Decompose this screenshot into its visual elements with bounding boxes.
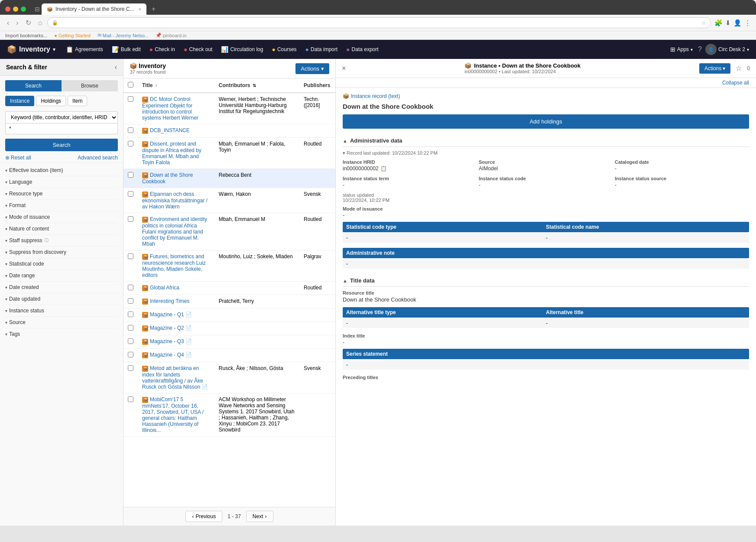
bookmark-mail[interactable]: ✉ Mail - Jeremy Nelso... bbox=[97, 32, 149, 38]
row-checkbox[interactable] bbox=[128, 253, 133, 259]
browser-tab[interactable]: 📦 Inventory - Down at the Shore C... × bbox=[42, 3, 146, 15]
detail-actions-btn[interactable]: Actions ▾ bbox=[699, 63, 730, 74]
nav-item-courses[interactable]: ● Courses bbox=[268, 44, 300, 55]
instance-tab[interactable]: Instance bbox=[5, 96, 34, 106]
item-title-link[interactable]: Metod att beräkna en index för landets v… bbox=[142, 365, 208, 390]
nav-item-check-in[interactable]: ● Check in bbox=[146, 44, 178, 55]
forward-navigation-btn[interactable]: › bbox=[14, 18, 20, 28]
copy-icon[interactable]: 📋 bbox=[380, 166, 387, 172]
title-column-header[interactable]: Title ↑ bbox=[138, 78, 214, 93]
row-checkbox[interactable] bbox=[128, 191, 133, 197]
row-checkbox[interactable] bbox=[128, 216, 133, 222]
row-checkbox[interactable] bbox=[128, 298, 133, 304]
filter-date-created[interactable]: ▾ Date created bbox=[5, 282, 118, 293]
row-checkbox[interactable] bbox=[128, 141, 133, 146]
sidebar-close-btn[interactable]: ‹ bbox=[115, 63, 117, 71]
search-input[interactable] bbox=[5, 123, 118, 134]
item-title-link[interactable]: Magazine - Q1 📄 bbox=[150, 312, 192, 318]
item-title-link[interactable]: Global Africa bbox=[150, 285, 179, 291]
filter-effective-location[interactable]: ▾ Effective location (item) bbox=[5, 165, 118, 176]
row-checkbox[interactable] bbox=[128, 365, 133, 371]
filter-nature-of-content[interactable]: ▾ Nature of content bbox=[5, 223, 118, 235]
publisher-column-header[interactable]: Publishers bbox=[299, 78, 335, 93]
bookmark-pinboard[interactable]: 📌 pinboard.in bbox=[156, 32, 186, 38]
row-checkbox[interactable] bbox=[128, 325, 133, 331]
detail-close-btn[interactable]: × bbox=[342, 65, 346, 72]
tab-close-btn[interactable]: × bbox=[138, 6, 141, 12]
address-bar[interactable]: 🔒 https://folio-snapshot-2.dev.folio.org… bbox=[47, 17, 711, 28]
back-navigation-btn[interactable]: ‹ bbox=[5, 18, 11, 28]
new-tab-btn[interactable]: + bbox=[148, 3, 159, 15]
filter-suppress-discovery[interactable]: ▾ Suppress from discovery bbox=[5, 247, 118, 258]
browse-toggle-btn[interactable]: Browse bbox=[62, 80, 118, 91]
traffic-light-green[interactable] bbox=[21, 6, 26, 12]
record-type-link[interactable]: 📦 Instance record (text) bbox=[343, 93, 749, 99]
collapse-all-btn[interactable]: Collapse all bbox=[722, 80, 749, 86]
select-all-checkbox[interactable] bbox=[128, 82, 133, 88]
item-title-link[interactable]: Down at the Shore Cookbook bbox=[142, 172, 193, 185]
item-title-link[interactable]: DCB_INSTANCE bbox=[150, 127, 190, 133]
item-title-link[interactable]: Elpannan och dess ekonomiska forutsättni… bbox=[142, 191, 208, 210]
row-checkbox[interactable] bbox=[128, 396, 133, 402]
row-checkbox[interactable] bbox=[128, 96, 133, 102]
item-title-link[interactable]: Environment and identity politics in col… bbox=[142, 216, 207, 247]
nav-item-agreements[interactable]: 📋 Agreements bbox=[62, 44, 107, 55]
row-checkbox[interactable] bbox=[128, 312, 133, 317]
search-type-select[interactable]: Keyword (title, contributor, identifier,… bbox=[5, 111, 118, 123]
item-title-link[interactable]: Magazine - Q3 📄 bbox=[150, 338, 192, 344]
holdings-tab[interactable]: Holdings bbox=[36, 96, 66, 106]
nav-item-circulation-log[interactable]: 📊 Circulation log bbox=[217, 44, 266, 55]
contributors-column-header[interactable]: Contributors ⇅ bbox=[214, 78, 299, 93]
user-menu[interactable]: 👤 Circ Desk 2 ▾ bbox=[705, 44, 749, 55]
item-title-link[interactable]: Dissent, protest and dispute in Africa e… bbox=[142, 141, 201, 166]
refresh-btn[interactable]: ↻ bbox=[24, 18, 33, 28]
item-title-link[interactable]: DC Motor Control Experiment Objekt for i… bbox=[142, 96, 198, 121]
nav-item-data-import[interactable]: ● Data import bbox=[302, 44, 341, 55]
nav-brand[interactable]: 📦 Inventory ▾ bbox=[7, 45, 55, 54]
section-toggle-icon[interactable]: ▲ bbox=[343, 278, 347, 283]
nav-item-apps[interactable]: ⊞ Apps ▾ bbox=[667, 44, 696, 55]
nav-item-check-out[interactable]: ● Check out bbox=[180, 44, 216, 55]
url-input[interactable]: https://folio-snapshot-2.dev.folio.org/i… bbox=[61, 20, 698, 26]
traffic-light-yellow[interactable] bbox=[13, 6, 18, 12]
filter-source[interactable]: ▾ Source bbox=[5, 317, 118, 328]
prev-page-btn[interactable]: ‹ Previous bbox=[185, 511, 222, 522]
item-tab[interactable]: Item bbox=[68, 96, 87, 106]
filter-language[interactable]: ▾ Language bbox=[5, 176, 118, 188]
traffic-light-red[interactable] bbox=[5, 6, 10, 12]
nav-item-bulk-edit[interactable]: 📝 Bulk edit bbox=[108, 44, 144, 55]
home-btn[interactable]: ⌂ bbox=[36, 18, 44, 28]
reset-all-btn[interactable]: ⊗ Reset all bbox=[5, 155, 31, 161]
search-button[interactable]: Search bbox=[5, 139, 118, 151]
section-toggle-icon[interactable]: ▲ bbox=[343, 138, 347, 143]
star-icon[interactable]: ☆ bbox=[734, 62, 743, 74]
item-title-link[interactable]: Futures, biometrics and neuroscience res… bbox=[142, 253, 206, 278]
bookmark-import[interactable]: Import bookmarks... bbox=[5, 32, 47, 38]
row-checkbox[interactable] bbox=[128, 172, 133, 178]
filter-statistical-code[interactable]: ▾ Statistical code bbox=[5, 258, 118, 270]
list-actions-btn[interactable]: Actions ▾ bbox=[295, 63, 329, 74]
filter-mode-of-issuance[interactable]: ▾ Mode of issuance bbox=[5, 211, 118, 223]
search-toggle-btn[interactable]: Search bbox=[5, 80, 62, 91]
add-holdings-btn[interactable]: Add holdings bbox=[343, 114, 749, 129]
item-title-link[interactable]: MobiCom'17 5 mmNets'17, October 16, 2017… bbox=[142, 396, 204, 433]
filter-tags[interactable]: ▾ Tags bbox=[5, 328, 118, 340]
row-checkbox[interactable] bbox=[128, 338, 133, 344]
filter-date-range[interactable]: ▾ Date range bbox=[5, 270, 118, 282]
row-checkbox[interactable] bbox=[128, 285, 133, 290]
bookmark-icon[interactable]: ☆ bbox=[701, 19, 706, 26]
filter-date-updated[interactable]: ▾ Date updated bbox=[5, 293, 118, 305]
filter-resource-type[interactable]: ▾ Resource type bbox=[5, 188, 118, 200]
item-title-link[interactable]: Magazine - Q4 📄 bbox=[150, 352, 192, 358]
downloads-icon[interactable]: ⬇ bbox=[725, 19, 731, 27]
bookmark-getting-started[interactable]: ● Getting Started bbox=[54, 32, 91, 38]
profile-icon[interactable]: 👤 bbox=[733, 19, 742, 27]
next-page-btn[interactable]: Next › bbox=[246, 511, 273, 522]
filter-staff-suppress[interactable]: ▾ Staff suppress ⓘ bbox=[5, 235, 118, 247]
nav-item-data-export[interactable]: ● Data export bbox=[343, 44, 382, 55]
item-title-link[interactable]: Interesting Times bbox=[150, 298, 189, 304]
filter-format[interactable]: ▾ Format bbox=[5, 200, 118, 211]
back-btn[interactable]: ⊟ bbox=[35, 6, 40, 13]
filter-instance-status[interactable]: ▾ Instance status bbox=[5, 305, 118, 317]
row-checkbox[interactable] bbox=[128, 127, 133, 133]
